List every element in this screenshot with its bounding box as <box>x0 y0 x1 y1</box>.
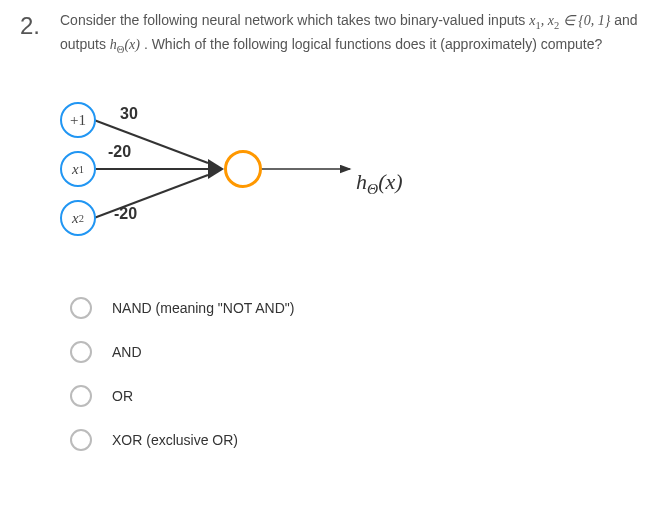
question-text: Consider the following neural network wh… <box>60 10 640 57</box>
question-body: Consider the following neural network wh… <box>60 10 640 451</box>
radio-icon[interactable] <box>70 385 92 407</box>
option-label: OR <box>112 388 133 404</box>
node-x1: x1 <box>60 151 96 187</box>
output-function-label: hΘ(x) <box>356 169 403 198</box>
node-bias: +1 <box>60 102 96 138</box>
option-xor[interactable]: XOR (exclusive OR) <box>70 429 640 451</box>
svg-marker-4 <box>208 159 224 179</box>
network-diagram: +1 x1 x2 30 -20 -20 hΘ(x) <box>60 97 420 267</box>
option-and[interactable]: AND <box>70 341 640 363</box>
question-fn: hΘ(x) <box>110 37 140 52</box>
question-container: 2. Consider the following neural network… <box>20 10 640 451</box>
radio-icon[interactable] <box>70 297 92 319</box>
radio-icon[interactable] <box>70 429 92 451</box>
weight-x1-label: -20 <box>108 143 131 161</box>
question-prompt-pre: Consider the following neural network wh… <box>60 12 529 28</box>
question-number: 2. <box>20 10 48 41</box>
option-label: XOR (exclusive OR) <box>112 432 238 448</box>
question-prompt-post: . Which of the following logical functio… <box>144 36 602 52</box>
node-output <box>224 150 262 188</box>
option-label: NAND (meaning "NOT AND") <box>112 300 294 316</box>
weight-bias-label: 30 <box>120 105 138 123</box>
option-or[interactable]: OR <box>70 385 640 407</box>
option-nand[interactable]: NAND (meaning "NOT AND") <box>70 297 640 319</box>
answer-options: NAND (meaning "NOT AND") AND OR XOR (exc… <box>70 297 640 451</box>
option-label: AND <box>112 344 142 360</box>
svg-line-3 <box>94 175 208 218</box>
question-vars: x1, x2 ∈ {0, 1} <box>529 13 610 28</box>
radio-icon[interactable] <box>70 341 92 363</box>
node-x2: x2 <box>60 200 96 236</box>
weight-x2-label: -20 <box>114 205 137 223</box>
